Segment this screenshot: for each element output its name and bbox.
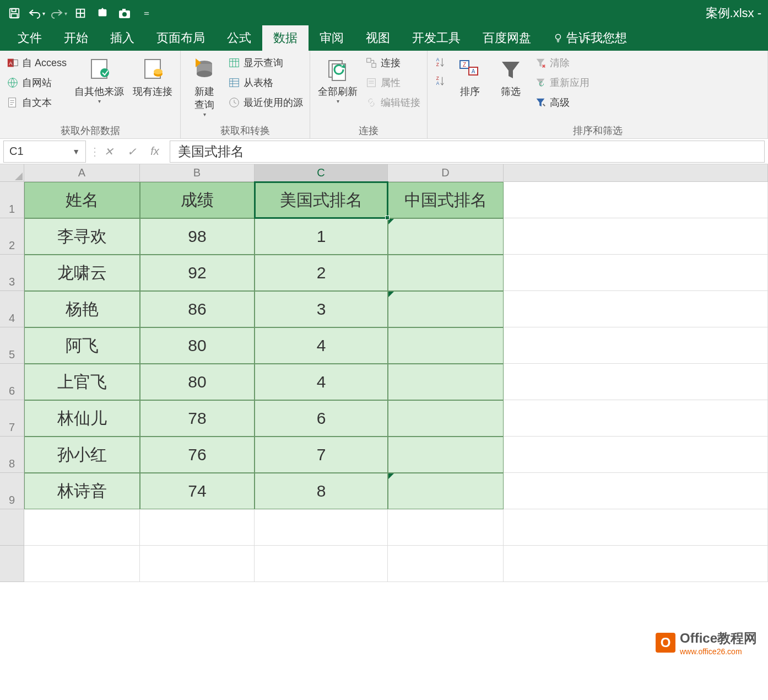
customize-qat-button[interactable]: ＝ (136, 2, 158, 24)
cell-B9[interactable]: 74 (140, 473, 255, 509)
col-header-B[interactable]: B (140, 164, 255, 181)
enter-formula-button[interactable]: ✓ (120, 145, 143, 158)
cell-A7[interactable]: 林仙儿 (24, 400, 140, 437)
row-header-blank2[interactable] (0, 546, 24, 582)
cell-blank[interactable] (24, 509, 140, 546)
cell-A9[interactable]: 林诗音 (24, 473, 140, 509)
tab-developer[interactable]: 开发工具 (401, 25, 472, 51)
cell-B1[interactable]: 成绩 (140, 182, 255, 218)
cell-A1[interactable]: 姓名 (24, 182, 140, 218)
cell-A6[interactable]: 上官飞 (24, 364, 140, 400)
tab-review[interactable]: 审阅 (309, 25, 355, 51)
existing-connections-button[interactable]: 现有连接 (129, 54, 176, 100)
tab-data[interactable]: 数据 (262, 25, 309, 51)
cell-blank[interactable] (388, 509, 504, 546)
cell-D7[interactable] (388, 400, 504, 437)
cell-D5[interactable] (388, 327, 504, 364)
new-query-button[interactable]: 新建 查询 ▾ (185, 54, 224, 120)
cell-C4[interactable]: 3 (255, 291, 388, 327)
refresh-all-button[interactable]: 全部刷新 ▾ (315, 54, 361, 106)
sort-desc-button[interactable]: ZA (432, 73, 448, 89)
cell-D4[interactable] (388, 291, 504, 327)
cell-C8[interactable]: 7 (255, 437, 388, 473)
connections-button[interactable]: 连接 (363, 54, 423, 72)
cell-D8[interactable] (388, 437, 504, 473)
tab-home[interactable]: 开始 (53, 25, 99, 51)
cell-blank[interactable] (388, 546, 504, 582)
cell-A4[interactable]: 杨艳 (24, 291, 140, 327)
cancel-formula-button[interactable]: ✕ (97, 145, 120, 158)
from-web-button[interactable]: 自网站 (4, 74, 69, 91)
cell-E8[interactable] (504, 437, 768, 473)
save-button[interactable] (3, 2, 25, 24)
row-header-blank[interactable] (0, 509, 24, 546)
cell-C2[interactable]: 1 (255, 218, 388, 255)
touch-mode-button[interactable] (69, 2, 91, 24)
cell-C5[interactable]: 4 (255, 327, 388, 364)
cell-E6[interactable] (504, 364, 768, 400)
cell-B8[interactable]: 76 (140, 437, 255, 473)
cell-D1[interactable]: 中国式排名 (388, 182, 504, 218)
cell-A3[interactable]: 龙啸云 (24, 255, 140, 291)
cell-E5[interactable] (504, 327, 768, 364)
fx-button[interactable]: fx (143, 145, 166, 158)
cell-blank[interactable] (255, 546, 388, 582)
from-text-button[interactable]: 自文本 (4, 94, 69, 111)
advanced-filter-button[interactable]: 高级 (532, 94, 592, 111)
tab-formulas[interactable]: 公式 (216, 25, 262, 51)
cell-B5[interactable]: 80 (140, 327, 255, 364)
cell-C6[interactable]: 4 (255, 364, 388, 400)
cell-E9[interactable] (504, 473, 768, 509)
col-header-D[interactable]: D (388, 164, 504, 181)
sort-asc-button[interactable]: AZ (432, 54, 448, 71)
row-header-2[interactable]: 2 (0, 218, 24, 255)
formula-input[interactable]: 美国式排名 (170, 141, 765, 163)
col-header-C[interactable]: C (255, 164, 388, 181)
cell-blank[interactable] (504, 509, 768, 546)
cell-blank[interactable] (140, 509, 255, 546)
clear-filter-button[interactable]: 清除 (532, 54, 592, 72)
filter-button[interactable]: 筛选 (491, 54, 530, 100)
redo-button[interactable]: ▾ (47, 2, 69, 24)
cell-C3[interactable]: 2 (255, 255, 388, 291)
cell-B6[interactable]: 80 (140, 364, 255, 400)
row-header-5[interactable]: 5 (0, 327, 24, 364)
undo-button[interactable]: ▾ (25, 2, 47, 24)
edit-links-button[interactable]: 编辑链接 (363, 94, 423, 111)
cell-blank[interactable] (255, 509, 388, 546)
cell-blank[interactable] (504, 546, 768, 582)
cell-B7[interactable]: 78 (140, 400, 255, 437)
row-header-8[interactable]: 8 (0, 437, 24, 473)
tab-baidu[interactable]: 百度网盘 (472, 25, 542, 51)
row-header-7[interactable]: 7 (0, 400, 24, 437)
cell-A8[interactable]: 孙小红 (24, 437, 140, 473)
cell-D9[interactable] (388, 473, 504, 509)
addin-button[interactable] (91, 2, 113, 24)
select-all-corner[interactable] (0, 164, 24, 182)
cell-blank[interactable] (24, 546, 140, 582)
row-header-1[interactable]: 1 (0, 182, 24, 218)
cell-B3[interactable]: 92 (140, 255, 255, 291)
from-other-sources-button[interactable]: 自其他来源 ▾ (71, 54, 127, 106)
cell-D2[interactable] (388, 218, 504, 255)
cell-E1[interactable] (504, 182, 768, 218)
show-queries-button[interactable]: 显示查询 (226, 54, 305, 72)
from-table-button[interactable]: 从表格 (226, 74, 305, 91)
sort-button[interactable]: ZA 排序 (451, 54, 489, 100)
cell-A5[interactable]: 阿飞 (24, 327, 140, 364)
cell-E4[interactable] (504, 291, 768, 327)
tab-view[interactable]: 视图 (355, 25, 401, 51)
row-header-3[interactable]: 3 (0, 255, 24, 291)
recent-sources-button[interactable]: 最近使用的源 (226, 94, 305, 111)
cell-B2[interactable]: 98 (140, 218, 255, 255)
col-header-A[interactable]: A (24, 164, 140, 181)
cell-blank[interactable] (140, 546, 255, 582)
row-header-9[interactable]: 9 (0, 473, 24, 509)
cell-B4[interactable]: 86 (140, 291, 255, 327)
name-box[interactable]: C1 ▼ (3, 141, 86, 163)
cell-D6[interactable] (388, 364, 504, 400)
cell-E3[interactable] (504, 255, 768, 291)
cell-E2[interactable] (504, 218, 768, 255)
cell-D3[interactable] (388, 255, 504, 291)
tab-pagelayout[interactable]: 页面布局 (145, 25, 216, 51)
